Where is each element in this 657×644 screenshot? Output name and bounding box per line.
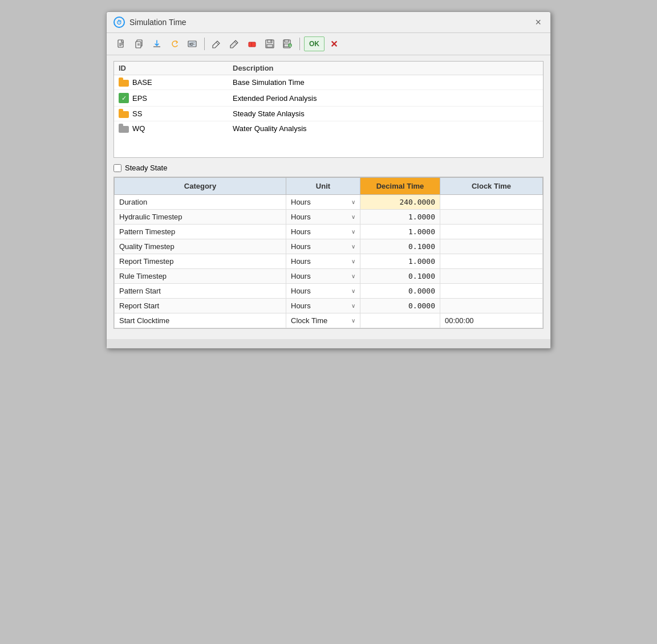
cell-decimal-time [360, 313, 440, 328]
cell-unit[interactable]: Hours∨ [286, 299, 360, 313]
cell-category: Report Timestep [115, 254, 286, 269]
cell-category: Quality Timestep [115, 239, 286, 254]
simulation-list-panel: ID Description BASE Base Simulation Time… [113, 61, 544, 158]
edit2-button[interactable] [226, 36, 242, 51]
edit-icon [212, 39, 221, 48]
cell-unit[interactable]: Hours∨ [286, 225, 360, 239]
table-row[interactable]: Hydraulic TimestepHours∨1.0000 [115, 210, 543, 225]
close-button[interactable]: × [533, 17, 544, 27]
list-item-id: SS [119, 109, 233, 118]
cell-clock-time: 00:00:00 [440, 313, 543, 328]
cell-unit[interactable]: Hours∨ [286, 284, 360, 299]
cell-decimal-time: 0.0000 [360, 299, 440, 313]
cell-category: Rule Timestep [115, 269, 286, 284]
folder-yellow-icon [119, 79, 129, 87]
col-header-unit: Unit [286, 178, 360, 195]
eraser-icon [248, 39, 257, 48]
unit-text: Hours [291, 272, 311, 280]
cell-clock-time [440, 210, 543, 225]
content-area: ID Description BASE Base Simulation Time… [107, 55, 550, 339]
dropdown-arrow-icon[interactable]: ∨ [351, 317, 355, 324]
unit-text: Hours [291, 198, 311, 206]
cell-category: Hydraulic Timestep [115, 210, 286, 225]
cell-decimal-time: 0.1000 [360, 269, 440, 284]
table-row[interactable]: Report StartHours∨0.0000 [115, 299, 543, 313]
table-row[interactable]: Quality TimestepHours∨0.1000 [115, 239, 543, 254]
cell-clock-time [440, 225, 543, 239]
table-row[interactable]: Pattern StartHours∨0.0000 [115, 284, 543, 299]
cell-decimal-time: 1.0000 [360, 210, 440, 225]
cell-unit[interactable]: Hours∨ [286, 254, 360, 269]
table-row[interactable]: Report TimestepHours∨1.0000 [115, 254, 543, 269]
dropdown-arrow-icon[interactable]: ∨ [351, 243, 355, 250]
download-button[interactable] [149, 36, 165, 51]
cell-clock-time [440, 299, 543, 313]
list-item-desc: Extended Period Analysis [233, 94, 538, 103]
cell-clock-time [440, 195, 543, 210]
save-icon [265, 39, 274, 48]
cell-category: Report Start [115, 299, 286, 313]
eraser-button[interactable] [244, 36, 260, 51]
cell-clock-time [440, 269, 543, 284]
table-row[interactable]: Pattern TimestepHours∨1.0000 [115, 225, 543, 239]
cell-decimal-time: 240.0000 [360, 195, 440, 210]
save-button[interactable] [262, 36, 278, 51]
cell-clock-time [440, 254, 543, 269]
id-button[interactable]: ID [184, 36, 200, 51]
cell-unit[interactable]: Hours∨ [286, 195, 360, 210]
list-item[interactable]: SS Steady State Anlaysis [114, 107, 543, 121]
save-as-button[interactable]: S [279, 36, 295, 51]
cell-unit[interactable]: Clock Time∨ [286, 313, 360, 328]
table-row[interactable]: Rule TimestepHours∨0.1000 [115, 269, 543, 284]
svg-rect-18 [267, 40, 272, 43]
list-item-id: ✓ EPS [119, 93, 233, 103]
cell-decimal-time: 1.0000 [360, 254, 440, 269]
list-item[interactable]: BASE Base Simulation Time [114, 75, 543, 90]
refresh-button[interactable] [167, 36, 182, 51]
cancel-button[interactable]: ✕ [326, 36, 341, 51]
cell-unit[interactable]: Hours∨ [286, 239, 360, 254]
cell-decimal-time: 0.1000 [360, 239, 440, 254]
bottom-padding [107, 339, 550, 348]
dropdown-arrow-icon[interactable]: ∨ [351, 288, 355, 294]
title-bar: ⏱ Simulation Time × [107, 12, 550, 33]
svg-rect-19 [267, 44, 273, 47]
cell-unit[interactable]: Hours∨ [286, 210, 360, 225]
table-row[interactable]: DurationHours∨240.0000 [115, 195, 543, 210]
dropdown-arrow-icon[interactable]: ∨ [351, 273, 355, 279]
cell-decimal-time: 1.0000 [360, 225, 440, 239]
ok-button[interactable]: OK [304, 36, 325, 51]
unit-text: Hours [291, 227, 311, 236]
col-header-category: Category [115, 178, 286, 195]
svg-rect-22 [285, 40, 289, 42]
id-icon: ID [188, 39, 197, 48]
unit-text: Hours [291, 242, 311, 251]
table-row[interactable]: Start ClocktimeClock Time∨00:00:00 [115, 313, 543, 328]
list-item[interactable]: ✓ EPS Extended Period Analysis [114, 90, 543, 107]
dropdown-arrow-icon[interactable]: ∨ [351, 199, 355, 205]
dropdown-arrow-icon[interactable]: ∨ [351, 303, 355, 309]
steady-state-label: Steady State [125, 164, 167, 172]
copy-button[interactable] [131, 36, 147, 51]
cell-clock-time [440, 284, 543, 299]
col-header-decimal-time: Decimal Time [360, 178, 440, 195]
main-window: ⏱ Simulation Time × [106, 11, 551, 349]
cell-category: Pattern Timestep [115, 225, 286, 239]
svg-rect-15 [249, 42, 256, 47]
dropdown-arrow-icon[interactable]: ∨ [351, 214, 355, 220]
steady-state-row: Steady State [113, 164, 544, 172]
data-table-wrapper: Category Unit Decimal Time Clock Time Du… [113, 177, 544, 329]
cell-unit[interactable]: Hours∨ [286, 269, 360, 284]
dropdown-arrow-icon[interactable]: ∨ [351, 229, 355, 235]
steady-state-checkbox[interactable] [113, 164, 121, 172]
edit-button[interactable] [209, 36, 225, 51]
save-as-icon: S [283, 39, 292, 48]
new-file-button[interactable] [113, 36, 129, 51]
list-item[interactable]: WQ Water Quality Analysis [114, 121, 543, 136]
unit-text: Hours [291, 301, 311, 310]
toolbar-separator-1 [204, 38, 205, 50]
list-col-id-header: ID [119, 64, 233, 72]
clock-icon: ⏱ [113, 17, 125, 28]
list-item-id: WQ [119, 124, 233, 133]
dropdown-arrow-icon[interactable]: ∨ [351, 258, 355, 264]
